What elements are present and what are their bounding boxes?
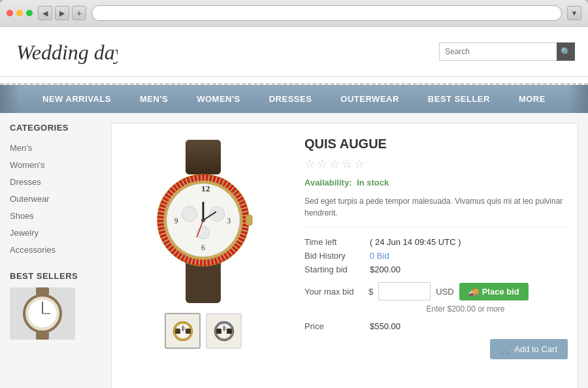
svg-text:12: 12 [201, 184, 210, 193]
svg-rect-29 [175, 329, 180, 334]
category-accessories[interactable]: Accessories [10, 245, 56, 255]
place-bid-label: Place bid [482, 287, 519, 297]
cart-icon: 🛒 [500, 344, 511, 354]
list-item: Dresses [10, 173, 101, 190]
svg-text:9: 9 [174, 217, 178, 225]
thumbnail-row: 12 12 [165, 313, 242, 349]
product-details: QUIS AUGUE ☆ ☆ ☆ ☆ ☆ Availability: In st… [295, 123, 578, 388]
availability-label: Availability: [304, 178, 351, 187]
product-description: Sed eget turpis a pede tempor malesuada.… [304, 195, 568, 227]
search-button[interactable]: 🔍 [557, 42, 575, 61]
list-item: Outerwear [10, 190, 101, 207]
category-shoes[interactable]: Shoes [10, 211, 34, 221]
starting-bid-label: Starting bid [304, 265, 370, 274]
site-logo: Wedding day [13, 35, 118, 69]
availability: Availability: In stock [304, 178, 568, 187]
bid-history-value[interactable]: 0 Bid [370, 251, 389, 261]
svg-text:12: 12 [181, 326, 185, 330]
price-value: $550.00 [370, 321, 400, 331]
forward-button[interactable]: ▶ [55, 6, 69, 20]
place-bid-button[interactable]: 🚚 Place bid [459, 283, 529, 300]
browser-chrome: ◀ ▶ + ▼ [0, 0, 588, 27]
product-image-section: 12 3 6 9 [112, 123, 295, 388]
categories-title: CATEGORIES [10, 123, 101, 133]
close-dot[interactable] [7, 10, 13, 16]
nav-womens[interactable]: WOMEN'S [182, 85, 255, 113]
bid-history-label: Bid History [304, 251, 370, 261]
svg-text:12: 12 [222, 326, 226, 330]
minimize-dot[interactable] [16, 10, 23, 16]
maximize-dot[interactable] [26, 10, 33, 16]
star-rating: ☆ ☆ ☆ ☆ ☆ [304, 157, 568, 171]
svg-point-24 [201, 218, 205, 222]
new-tab-button[interactable]: + [72, 6, 86, 20]
thumbnail-2[interactable]: 12 [206, 313, 242, 349]
address-bar[interactable] [91, 5, 562, 21]
page-content: Wedding day 🔍 NEW ARRIVALS MEN'S WOMEN'S… [0, 27, 588, 388]
list-item: Shoes [10, 207, 101, 224]
availability-value: In stock [357, 178, 389, 187]
svg-point-13 [182, 206, 197, 221]
nav-dresses[interactable]: DRESSES [255, 85, 327, 113]
category-mens[interactable]: Men's [10, 143, 32, 153]
price-row: Price $550.00 [304, 321, 568, 331]
svg-text:3: 3 [227, 217, 231, 225]
time-left-label: Time left [304, 237, 370, 247]
best-seller-watch[interactable] [10, 287, 75, 340]
product-title: QUIS AUGUE [304, 137, 568, 152]
nav-mens[interactable]: MEN'S [125, 85, 182, 113]
star-4[interactable]: ☆ [342, 157, 352, 171]
back-button[interactable]: ◀ [38, 6, 52, 20]
price-label: Price [304, 321, 370, 331]
shopping-cart-icon: 🚚 [468, 287, 479, 297]
max-bid-row: Your max bid $ USD 🚚 Place bid [304, 282, 568, 300]
svg-text:6: 6 [201, 244, 205, 251]
list-item: Accessories [10, 241, 101, 258]
list-item: Men's [10, 139, 101, 156]
star-5[interactable]: ☆ [354, 157, 365, 171]
category-jewelry[interactable]: Jewelry [10, 228, 39, 238]
starting-bid-row: Starting bid $200.00 [304, 265, 568, 274]
svg-text:Wedding day: Wedding day [16, 40, 118, 64]
nav-items: NEW ARRIVALS MEN'S WOMEN'S DRESSES OUTER… [28, 85, 560, 113]
nav-outerwear[interactable]: OUTERWEAR [326, 85, 413, 113]
currency-label: USD [436, 287, 453, 297]
categories-list: Men's Women's Dresses Outerwear Shoes [10, 139, 101, 258]
category-outerwear[interactable]: Outerwear [10, 194, 50, 204]
browser-menu-button[interactable]: ▼ [567, 6, 581, 20]
main-content: CATEGORIES Men's Women's Dresses Outerwe… [0, 113, 588, 388]
search-input[interactable] [439, 42, 557, 61]
star-3[interactable]: ☆ [329, 157, 340, 171]
nav-new-arrivals[interactable]: NEW ARRIVALS [28, 85, 125, 113]
search-bar: 🔍 [439, 42, 575, 61]
product-area: 12 3 6 9 [111, 123, 578, 388]
category-dresses[interactable]: Dresses [10, 177, 41, 187]
zigzag-border [0, 77, 588, 85]
star-2[interactable]: ☆ [317, 157, 327, 171]
svg-rect-36 [227, 329, 232, 334]
nav-best-seller[interactable]: BEST SELLER [414, 85, 504, 113]
add-to-cart-button[interactable]: 🛒 Add to Cart [490, 339, 568, 359]
browser-dots [7, 10, 33, 16]
max-bid-label: Your max bid [304, 287, 363, 297]
bid-table: Time left ( 24 Jun 14 09:45 UTC ) Bid Hi… [304, 237, 568, 274]
time-left-row: Time left ( 24 Jun 14 09:45 UTC ) [304, 237, 568, 247]
starting-bid-value: $200.00 [370, 265, 400, 274]
best-sellers-title: BEST SELLERS [10, 271, 101, 281]
main-product-image: 12 3 6 9 [125, 137, 282, 306]
svg-rect-35 [216, 329, 221, 334]
list-item: Women's [10, 156, 101, 173]
product-main: 12 3 6 9 [112, 123, 578, 388]
bid-hint: Enter $200.00 or more [363, 304, 568, 314]
svg-rect-8 [186, 140, 221, 174]
star-1[interactable]: ☆ [304, 157, 315, 171]
category-womens[interactable]: Women's [10, 160, 45, 170]
main-nav: NEW ARRIVALS MEN'S WOMEN'S DRESSES OUTER… [0, 85, 588, 113]
max-bid-input[interactable] [378, 282, 431, 300]
svg-rect-23 [246, 215, 252, 225]
currency-symbol: $ [368, 287, 373, 297]
site-header: Wedding day 🔍 [0, 27, 588, 77]
nav-more[interactable]: MORE [504, 85, 560, 113]
thumbnail-1[interactable]: 12 [165, 313, 201, 349]
bid-history-row: Bid History 0 Bid [304, 251, 568, 261]
